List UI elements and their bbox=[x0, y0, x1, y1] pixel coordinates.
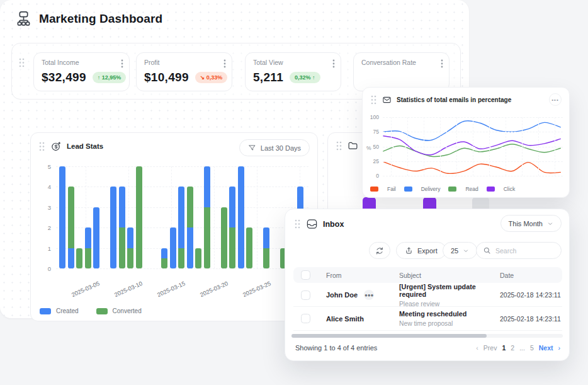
legend-item-created[interactable]: Created bbox=[40, 307, 79, 314]
horizontal-scrollbar-track[interactable] bbox=[291, 334, 563, 338]
drag-handle-icon[interactable] bbox=[370, 95, 377, 105]
x-axis-label: 2025-03-25 bbox=[237, 278, 277, 300]
lead-bar[interactable] bbox=[195, 248, 201, 268]
stat-value: 5,211 bbox=[253, 71, 283, 84]
legend-item-read[interactable]: Read bbox=[448, 186, 478, 192]
gridline bbox=[424, 117, 424, 176]
trend-badge: ↘ 0,33% bbox=[195, 72, 228, 83]
email-preview: New time proposal bbox=[399, 320, 500, 327]
lead-bar[interactable] bbox=[93, 207, 99, 268]
table-row[interactable]: Alice Smith Meeting rescheduledNew time … bbox=[293, 307, 562, 331]
select-all-checkbox[interactable] bbox=[301, 270, 310, 280]
page-size-value: 25 bbox=[451, 247, 458, 255]
page-1[interactable]: 1 bbox=[502, 344, 506, 352]
lead-bar[interactable] bbox=[85, 227, 91, 268]
y-axis-label: 4 bbox=[41, 183, 51, 190]
lead-bar[interactable] bbox=[161, 248, 167, 268]
lead-bar[interactable] bbox=[204, 166, 210, 268]
email-legend: FailDeliveryReadClick bbox=[370, 186, 515, 192]
lead-bar[interactable] bbox=[127, 227, 133, 268]
page-5[interactable]: 5 bbox=[530, 344, 534, 352]
gridline bbox=[506, 117, 506, 176]
stat-label: Conversation Rate bbox=[361, 59, 441, 66]
series-line-fail bbox=[383, 162, 560, 174]
row-checkbox[interactable] bbox=[301, 290, 310, 300]
lead-bar[interactable] bbox=[229, 187, 235, 268]
legend-swatch bbox=[448, 187, 456, 192]
kebab-menu-icon[interactable] bbox=[121, 59, 123, 68]
gridline bbox=[56, 166, 308, 167]
drag-handle-icon[interactable] bbox=[294, 219, 301, 229]
lead-bar[interactable] bbox=[76, 248, 82, 268]
page-title: Marketing Dashboard bbox=[39, 12, 162, 26]
next-button[interactable]: Next bbox=[539, 344, 553, 352]
bar-segment-created bbox=[238, 166, 244, 268]
card-title: Inbox bbox=[323, 220, 344, 229]
kebab-menu-icon[interactable] bbox=[441, 59, 443, 68]
page-2[interactable]: 2 bbox=[511, 344, 514, 352]
lead-bar[interactable] bbox=[178, 187, 184, 268]
bar-segment-converted bbox=[221, 207, 227, 268]
lead-bar[interactable] bbox=[59, 166, 65, 268]
legend-label: Click bbox=[504, 186, 515, 192]
chevron-down-icon bbox=[547, 221, 553, 227]
period-select[interactable]: This Month bbox=[500, 215, 562, 232]
legend-item-click[interactable]: Click bbox=[487, 186, 515, 192]
sitemap-icon bbox=[15, 10, 32, 27]
y-axis-label: 50 bbox=[365, 144, 379, 150]
legend-label: Read bbox=[465, 186, 478, 192]
lead-bar[interactable] bbox=[263, 227, 269, 268]
bar-segment-created bbox=[85, 227, 91, 248]
legend-item-delivery[interactable]: Delivery bbox=[404, 186, 441, 192]
gridline bbox=[522, 117, 523, 176]
lead-bar[interactable] bbox=[110, 187, 116, 268]
lead-bar[interactable] bbox=[238, 166, 244, 268]
prev-arrow[interactable]: ‹ bbox=[476, 344, 478, 352]
y-axis-label: 1 bbox=[41, 245, 51, 252]
bar-segment-converted bbox=[246, 227, 252, 268]
drag-handle-icon[interactable] bbox=[336, 141, 342, 151]
legend-item-fail[interactable]: Fail bbox=[370, 186, 396, 192]
prev-button[interactable]: Prev bbox=[483, 344, 497, 352]
lead-bar[interactable] bbox=[136, 166, 142, 268]
lead-bar[interactable] bbox=[170, 227, 176, 268]
bar-segment-converted bbox=[178, 248, 184, 268]
more-options-button[interactable]: ••• bbox=[549, 93, 562, 106]
lead-bar[interactable] bbox=[68, 187, 74, 268]
chevron-down-icon bbox=[463, 248, 469, 254]
bar-segment-converted bbox=[229, 227, 235, 268]
col-header-from: From bbox=[326, 272, 399, 279]
period-label: This Month bbox=[509, 220, 543, 227]
trend-badge: ↑ 12,95% bbox=[93, 72, 127, 83]
y-axis-label: 3 bbox=[41, 204, 51, 211]
stat-label: Total View bbox=[253, 59, 333, 66]
row-more-button[interactable]: ●●● bbox=[364, 290, 374, 300]
kebab-menu-icon[interactable] bbox=[223, 59, 226, 68]
export-icon bbox=[405, 246, 413, 255]
search-input[interactable]: Search bbox=[476, 242, 562, 259]
page-size-select[interactable]: 25 bbox=[443, 242, 477, 259]
folder-icon bbox=[348, 141, 358, 151]
lead-bar[interactable] bbox=[187, 187, 193, 268]
kebab-menu-icon[interactable] bbox=[332, 59, 335, 68]
refresh-button[interactable] bbox=[369, 242, 390, 259]
drag-handle-icon[interactable] bbox=[18, 57, 25, 68]
stat-label: Total Income bbox=[42, 59, 122, 66]
bar-segment-created bbox=[127, 227, 133, 248]
legend-swatch bbox=[404, 187, 412, 192]
horizontal-scrollbar-thumb[interactable] bbox=[291, 334, 487, 338]
lead-bar[interactable] bbox=[246, 227, 252, 268]
export-button[interactable]: Export bbox=[396, 242, 446, 259]
x-axis-label: 2025-03-05 bbox=[66, 278, 106, 300]
lead-bar[interactable] bbox=[221, 207, 227, 268]
next-arrow[interactable]: › bbox=[558, 344, 561, 352]
gridline bbox=[555, 117, 555, 176]
gridline bbox=[473, 117, 473, 176]
bar-segment-created bbox=[68, 248, 74, 268]
row-checkbox[interactable] bbox=[301, 314, 310, 323]
legend-item-converted[interactable]: Converted bbox=[96, 307, 142, 314]
stat-label: Profit bbox=[144, 59, 224, 66]
lead-bar[interactable] bbox=[119, 187, 125, 268]
table-row[interactable]: John Doe●●● [Urgent] System update requi… bbox=[293, 283, 562, 307]
bar-segment-converted bbox=[76, 248, 82, 268]
